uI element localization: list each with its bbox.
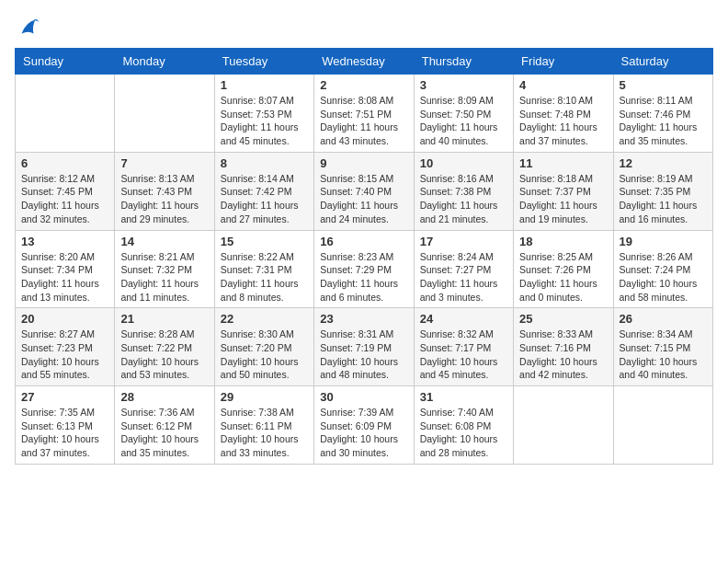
day-info: Sunrise: 8:07 AMSunset: 7:53 PMDaylight:… — [221, 94, 308, 148]
column-header-sunday: Sunday — [16, 49, 115, 75]
day-info: Sunrise: 8:24 AMSunset: 7:27 PMDaylight:… — [420, 250, 507, 304]
day-info: Sunrise: 8:16 AMSunset: 7:38 PMDaylight:… — [420, 172, 507, 226]
day-number: 23 — [320, 312, 407, 326]
calendar-cell: 11Sunrise: 8:18 AMSunset: 7:37 PMDayligh… — [514, 152, 613, 230]
day-number: 20 — [21, 312, 108, 326]
calendar-cell: 29Sunrise: 7:38 AMSunset: 6:11 PMDayligh… — [214, 386, 313, 465]
day-number: 24 — [420, 312, 507, 326]
day-info: Sunrise: 7:35 AMSunset: 6:13 PMDaylight:… — [21, 406, 108, 460]
column-header-tuesday: Tuesday — [214, 49, 313, 75]
calendar-cell: 31Sunrise: 7:40 AMSunset: 6:08 PMDayligh… — [414, 386, 513, 465]
day-info: Sunrise: 8:33 AMSunset: 7:16 PMDaylight:… — [519, 327, 607, 382]
day-info: Sunrise: 8:13 AMSunset: 7:43 PMDaylight:… — [120, 172, 208, 226]
calendar-cell: 18Sunrise: 8:25 AMSunset: 7:26 PMDayligh… — [514, 230, 613, 308]
day-number: 10 — [420, 156, 507, 170]
calendar-cell: 19Sunrise: 8:26 AMSunset: 7:24 PMDayligh… — [613, 230, 712, 308]
calendar-cell — [115, 75, 214, 153]
day-number: 19 — [620, 235, 707, 248]
day-info: Sunrise: 8:32 AMSunset: 7:17 PMDaylight:… — [420, 327, 507, 382]
day-info: Sunrise: 8:31 AMSunset: 7:19 PMDaylight:… — [320, 327, 407, 382]
day-number: 3 — [420, 78, 507, 92]
calendar-cell — [16, 75, 115, 153]
day-number: 6 — [21, 156, 108, 170]
day-number: 27 — [21, 390, 108, 404]
day-info: Sunrise: 8:10 AMSunset: 7:48 PMDaylight:… — [519, 94, 607, 148]
day-info: Sunrise: 8:20 AMSunset: 7:34 PMDaylight:… — [21, 250, 108, 304]
calendar-cell: 15Sunrise: 8:22 AMSunset: 7:31 PMDayligh… — [214, 230, 313, 308]
calendar-cell — [613, 386, 712, 465]
calendar-week-3: 13Sunrise: 8:20 AMSunset: 7:34 PMDayligh… — [16, 230, 713, 308]
day-info: Sunrise: 7:39 AMSunset: 6:09 PMDaylight:… — [320, 406, 407, 460]
day-number: 31 — [420, 390, 507, 404]
day-number: 21 — [120, 312, 208, 326]
day-info: Sunrise: 8:25 AMSunset: 7:26 PMDaylight:… — [519, 250, 607, 304]
calendar-cell: 16Sunrise: 8:23 AMSunset: 7:29 PMDayligh… — [314, 230, 414, 308]
day-number: 22 — [221, 312, 308, 326]
day-info: Sunrise: 8:21 AMSunset: 7:32 PMDaylight:… — [120, 250, 208, 304]
calendar-cell: 13Sunrise: 8:20 AMSunset: 7:34 PMDayligh… — [16, 230, 115, 308]
calendar-cell: 17Sunrise: 8:24 AMSunset: 7:27 PMDayligh… — [414, 230, 513, 308]
day-number: 16 — [320, 235, 407, 248]
day-info: Sunrise: 8:30 AMSunset: 7:20 PMDaylight:… — [221, 327, 308, 382]
day-info: Sunrise: 8:15 AMSunset: 7:40 PMDaylight:… — [320, 172, 407, 226]
day-number: 15 — [221, 235, 308, 248]
calendar-cell: 23Sunrise: 8:31 AMSunset: 7:19 PMDayligh… — [314, 308, 414, 386]
calendar-cell: 8Sunrise: 8:14 AMSunset: 7:42 PMDaylight… — [214, 152, 313, 230]
column-header-friday: Friday — [514, 49, 613, 75]
day-info: Sunrise: 8:12 AMSunset: 7:45 PMDaylight:… — [21, 172, 108, 226]
day-number: 11 — [519, 156, 607, 170]
day-number: 8 — [221, 156, 308, 170]
column-header-monday: Monday — [115, 49, 214, 75]
calendar-cell — [514, 386, 613, 465]
day-number: 17 — [420, 235, 507, 248]
calendar-cell: 21Sunrise: 8:28 AMSunset: 7:22 PMDayligh… — [115, 308, 214, 386]
column-header-saturday: Saturday — [613, 49, 712, 75]
logo — [15, 15, 44, 40]
day-number: 18 — [519, 235, 607, 248]
day-info: Sunrise: 8:09 AMSunset: 7:50 PMDaylight:… — [420, 94, 507, 148]
day-number: 30 — [320, 390, 407, 404]
day-info: Sunrise: 7:40 AMSunset: 6:08 PMDaylight:… — [420, 406, 507, 460]
calendar-cell: 28Sunrise: 7:36 AMSunset: 6:12 PMDayligh… — [115, 386, 214, 465]
calendar-table: SundayMondayTuesdayWednesdayThursdayFrid… — [15, 48, 713, 465]
day-info: Sunrise: 8:34 AMSunset: 7:15 PMDaylight:… — [620, 327, 707, 382]
day-info: Sunrise: 8:26 AMSunset: 7:24 PMDaylight:… — [620, 250, 707, 304]
column-header-wednesday: Wednesday — [314, 49, 414, 75]
day-number: 2 — [320, 78, 407, 92]
day-number: 28 — [120, 390, 208, 404]
calendar-cell: 6Sunrise: 8:12 AMSunset: 7:45 PMDaylight… — [16, 152, 115, 230]
day-info: Sunrise: 8:14 AMSunset: 7:42 PMDaylight:… — [221, 172, 308, 226]
calendar-cell: 7Sunrise: 8:13 AMSunset: 7:43 PMDaylight… — [115, 152, 214, 230]
day-info: Sunrise: 8:11 AMSunset: 7:46 PMDaylight:… — [620, 94, 707, 148]
day-number: 4 — [519, 78, 607, 92]
day-number: 12 — [620, 156, 707, 170]
day-info: Sunrise: 7:38 AMSunset: 6:11 PMDaylight:… — [221, 406, 308, 460]
day-info: Sunrise: 8:23 AMSunset: 7:29 PMDaylight:… — [320, 250, 407, 304]
column-header-thursday: Thursday — [414, 49, 513, 75]
calendar-cell: 2Sunrise: 8:08 AMSunset: 7:51 PMDaylight… — [314, 75, 414, 153]
calendar-cell: 27Sunrise: 7:35 AMSunset: 6:13 PMDayligh… — [16, 386, 115, 465]
calendar-cell: 10Sunrise: 8:16 AMSunset: 7:38 PMDayligh… — [414, 152, 513, 230]
calendar-cell: 9Sunrise: 8:15 AMSunset: 7:40 PMDaylight… — [314, 152, 414, 230]
day-number: 5 — [620, 78, 707, 92]
calendar-week-4: 20Sunrise: 8:27 AMSunset: 7:23 PMDayligh… — [16, 308, 713, 386]
logo-icon — [15, 15, 40, 40]
calendar-week-5: 27Sunrise: 7:35 AMSunset: 6:13 PMDayligh… — [16, 386, 713, 465]
calendar-cell: 14Sunrise: 8:21 AMSunset: 7:32 PMDayligh… — [115, 230, 214, 308]
calendar-header-row: SundayMondayTuesdayWednesdayThursdayFrid… — [16, 49, 713, 75]
calendar-cell: 3Sunrise: 8:09 AMSunset: 7:50 PMDaylight… — [414, 75, 513, 153]
day-info: Sunrise: 8:08 AMSunset: 7:51 PMDaylight:… — [320, 94, 407, 148]
day-number: 14 — [120, 235, 208, 248]
day-info: Sunrise: 8:18 AMSunset: 7:37 PMDaylight:… — [519, 172, 607, 226]
day-info: Sunrise: 8:28 AMSunset: 7:22 PMDaylight:… — [120, 327, 208, 382]
calendar-cell: 1Sunrise: 8:07 AMSunset: 7:53 PMDaylight… — [214, 75, 313, 153]
day-number: 25 — [519, 312, 607, 326]
day-number: 7 — [120, 156, 208, 170]
page-header — [15, 15, 713, 40]
calendar-cell: 12Sunrise: 8:19 AMSunset: 7:35 PMDayligh… — [613, 152, 712, 230]
day-info: Sunrise: 8:19 AMSunset: 7:35 PMDaylight:… — [620, 172, 707, 226]
calendar-cell: 30Sunrise: 7:39 AMSunset: 6:09 PMDayligh… — [314, 386, 414, 465]
day-info: Sunrise: 8:22 AMSunset: 7:31 PMDaylight:… — [221, 250, 308, 304]
day-number: 9 — [320, 156, 407, 170]
calendar-cell: 24Sunrise: 8:32 AMSunset: 7:17 PMDayligh… — [414, 308, 513, 386]
